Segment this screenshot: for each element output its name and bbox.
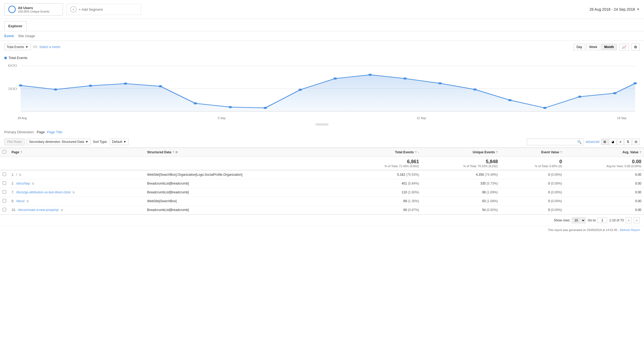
chart-left-controls: Total Events ▼ VS Select a metric <box>4 44 61 50</box>
page-info-icon[interactable]: ? <box>20 151 22 154</box>
all-users-segment[interactable]: All Users 100.00% Unique Events <box>4 3 63 15</box>
select-all-checkbox[interactable] <box>3 150 6 154</box>
scrollbar-hint <box>0 122 644 127</box>
table-controls-right: 🔍 advanced ⊞ ◕ ≡ ⇅ ⊟ <box>527 139 640 145</box>
secondary-dim-dropdown[interactable]: Secondary dimension: Structured Data ▼ <box>27 139 91 145</box>
row-event-value-cell: 0 (0.00%) <box>500 197 565 206</box>
explorer-tabs-bar: Explorer <box>0 19 644 31</box>
svg-point-10 <box>194 102 197 104</box>
refresh-report-link[interactable]: Refresh Report <box>620 228 640 232</box>
svg-text:600: 600 <box>8 64 17 68</box>
line-chart-svg: 600 300 <box>4 62 640 115</box>
svg-point-6 <box>54 88 57 91</box>
copy-icon[interactable]: ⧉ <box>19 173 21 176</box>
table-row: 2. /docs/faq/ ⧉ BreadcrumbList[Breadcrum… <box>0 179 644 188</box>
page-link[interactable]: / <box>16 173 17 177</box>
page-column-header: Page ? <box>9 148 144 157</box>
chart-x-labels: 29 Aug 5 Sep 12 Sep 19 Sep <box>0 115 644 122</box>
summary-total-events-cell: 6,861 % of Total: 71.45% (9,602) <box>343 157 422 170</box>
page-link[interactable]: /docs/ga-attribution-vs-last-direct-clic… <box>16 190 71 194</box>
table-controls-bar: Plot Rows Secondary dimension: Structure… <box>0 136 644 148</box>
search-icon[interactable]: 🔍 <box>577 140 582 144</box>
show-rows-control: Show rows: 10 25 50 100 <box>554 217 586 223</box>
page-link[interactable]: /docs/create-a-new-property/ <box>18 208 59 212</box>
copy-icon[interactable]: ⧉ <box>27 200 29 203</box>
row-avg-value-cell: 0.00 <box>565 170 644 179</box>
row-checkbox[interactable] <box>3 190 6 194</box>
sort-type-label-text: Sort Type: <box>93 140 107 144</box>
row-unique-events-cell: 99 (1.69%) <box>422 188 500 197</box>
segment-subtitle: 100.00% Unique Events <box>18 10 49 13</box>
page-range-label: 1-10 of 73 <box>609 218 624 222</box>
week-button[interactable]: Week <box>586 44 600 50</box>
chart-area: Total Events <box>0 53 644 60</box>
page-link[interactable]: /docs/ <box>16 199 25 203</box>
bar-view-button[interactable]: ≡ <box>617 139 624 145</box>
sub-tabs-bar: Event Site Usage <box>0 31 644 41</box>
add-circle-icon: + <box>70 6 77 13</box>
next-page-button[interactable]: › <box>634 217 640 223</box>
unique-events-info-icon[interactable]: ? <box>496 151 498 154</box>
date-range-selector[interactable]: 26 Aug 2018 - 24 Sep 2018 ▼ <box>590 7 640 11</box>
goto-input[interactable] <box>598 218 607 223</box>
copy-icon[interactable]: ⧉ <box>32 182 34 185</box>
page-dim-link[interactable]: Page <box>37 130 45 134</box>
copy-icon[interactable]: ⧉ <box>61 208 63 212</box>
row-structured-data-cell: WebSite[SearchBox],Organization[Logo,Soc… <box>144 170 343 179</box>
row-checkbox[interactable] <box>3 173 6 176</box>
page-link[interactable]: /docs/faq/ <box>16 182 30 185</box>
sort-type-arrow-icon: ▼ <box>123 140 127 144</box>
page-title-dim-link[interactable]: Page Title <box>47 130 62 134</box>
pivot-view-button[interactable]: ⇅ <box>624 139 632 145</box>
structured-data-info-icon[interactable]: ? <box>172 151 174 154</box>
explorer-tab[interactable]: Explorer <box>4 21 26 31</box>
day-button[interactable]: Day <box>574 44 585 50</box>
row-unique-events-cell: 4,356 (74.49%) <box>422 170 500 179</box>
grid-view-button[interactable]: ⊞ <box>601 139 608 145</box>
tab-site-usage[interactable]: Site Usage <box>18 34 35 38</box>
row-checkbox-cell <box>0 170 9 179</box>
svg-point-16 <box>403 77 407 80</box>
summary-total-events-main: 6,861 <box>346 159 419 165</box>
summary-structured-data-cell <box>144 157 343 170</box>
total-events-sort-icon[interactable]: ↓ <box>418 151 419 154</box>
row-checkbox[interactable] <box>3 208 6 211</box>
advanced-link[interactable]: advanced <box>586 140 599 144</box>
svg-text:300: 300 <box>8 87 17 91</box>
month-button[interactable]: Month <box>601 44 617 50</box>
sort-type-dropdown[interactable]: Default ▼ <box>110 139 129 145</box>
search-box: 🔍 <box>527 139 584 145</box>
top-bar: All Users 100.00% Unique Events + + Add … <box>0 0 644 19</box>
event-value-info-icon[interactable]: ? <box>560 151 562 154</box>
total-events-info-icon[interactable]: ? <box>415 151 417 154</box>
row-unique-events-cell: 63 (1.08%) <box>422 197 500 206</box>
x-label-1: 29 Aug <box>18 116 27 120</box>
select-metric-link[interactable]: Select a metric <box>39 45 60 49</box>
row-checkbox[interactable] <box>3 199 6 202</box>
structured-data-settings-icon[interactable]: ⚙ <box>175 151 178 154</box>
summary-event-value-sub: % of Total: 0.00% (0) <box>503 165 562 168</box>
svg-point-7 <box>89 85 92 87</box>
table-row: 8. /docs/ ⧉ WebSite[SearchBox] 89 (1.30%… <box>0 197 644 206</box>
metric-select-label: Total Events <box>7 45 24 49</box>
copy-icon[interactable]: ⧉ <box>73 191 75 194</box>
table-header-row: Page ? Structured Data ? ⚙ Total Events … <box>0 148 644 157</box>
row-avg-value-cell: 0.00 <box>565 206 644 214</box>
show-rows-label: Show rows: <box>554 218 570 222</box>
line-chart-button[interactable]: 📈 <box>619 44 629 50</box>
sort-type-value: Default <box>112 140 122 144</box>
row-checkbox[interactable] <box>3 181 6 185</box>
goto-label: Go to: <box>588 218 596 222</box>
rows-per-page-select[interactable]: 10 25 50 100 <box>572 217 586 223</box>
add-segment-button[interactable]: + + Add Segment <box>66 4 141 15</box>
x-label-2: 5 Sep <box>218 116 226 120</box>
prev-page-button[interactable]: ‹ <box>626 217 632 223</box>
table-view-button[interactable]: ⊟ <box>632 139 640 145</box>
tab-event[interactable]: Event <box>4 34 14 38</box>
summary-unique-events-cell: 5,848 % of Total: 70.53% (8,292) <box>422 157 500 170</box>
bar-chart-button[interactable]: ⚙ <box>631 44 640 50</box>
search-input[interactable] <box>529 140 577 144</box>
metric-select-dropdown[interactable]: Total Events ▼ <box>4 44 31 50</box>
avg-value-info-icon[interactable]: ? <box>639 151 641 154</box>
pie-view-button[interactable]: ◕ <box>609 139 616 145</box>
